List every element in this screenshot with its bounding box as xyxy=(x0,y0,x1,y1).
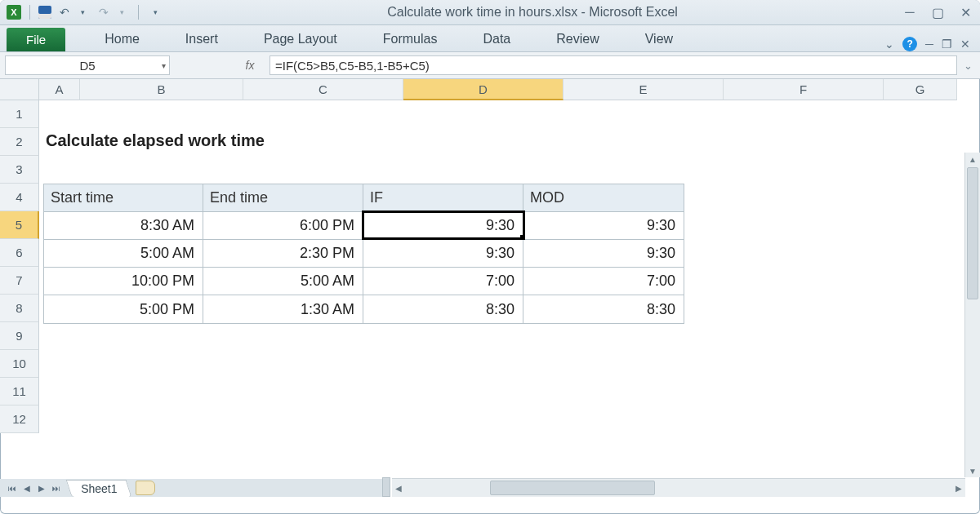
tab-home[interactable]: Home xyxy=(90,27,154,51)
row-header-1[interactable]: 1 xyxy=(0,100,39,128)
col-header-B[interactable]: B xyxy=(80,79,243,100)
sheet-tab-sheet1[interactable]: Sheet1 xyxy=(66,480,132,497)
row-header-5[interactable]: 5 xyxy=(0,211,39,239)
cell[interactable]: 7:00 xyxy=(523,268,684,295)
scroll-right-icon[interactable]: ▶ xyxy=(952,479,965,497)
cell[interactable]: 9:30 xyxy=(523,240,684,268)
formula-bar-expand-icon[interactable]: ⌄ xyxy=(960,60,975,72)
cell[interactable]: 6:00 PM xyxy=(203,212,363,240)
name-box-dropdown-icon[interactable]: ▾ xyxy=(162,61,166,70)
sheet-title: Calculate elapsed work time xyxy=(46,131,265,150)
new-sheet-icon[interactable] xyxy=(136,481,155,495)
file-tab[interactable]: File xyxy=(7,28,65,51)
ribbon: File Home Insert Page Layout Formulas Da… xyxy=(0,25,980,52)
title-bar: X ↶ ▾ ↷ ▾ ▾ Calculate work time in hours… xyxy=(0,0,980,25)
qat-customize-icon[interactable]: ▾ xyxy=(147,5,163,20)
cell[interactable]: 9:30 xyxy=(363,212,523,240)
th-end: End time xyxy=(203,184,363,212)
sheet-tab-label: Sheet1 xyxy=(81,482,117,495)
row-headers: 1 2 3 4 5 6 7 8 9 10 11 12 xyxy=(0,100,39,435)
row-header-9[interactable]: 9 xyxy=(0,322,39,350)
col-header-A[interactable]: A xyxy=(39,79,80,100)
col-header-E[interactable]: E xyxy=(564,79,724,100)
minimize-icon[interactable]: ─ xyxy=(902,5,918,20)
row-header-8[interactable]: 8 xyxy=(0,295,39,322)
cell[interactable]: 1:30 AM xyxy=(203,295,363,323)
tab-review[interactable]: Review xyxy=(541,27,613,51)
table-header-row: Start time End time IF MOD xyxy=(44,184,684,212)
redo-dropdown-icon[interactable]: ▾ xyxy=(114,5,130,20)
cell[interactable]: 7:00 xyxy=(363,268,523,295)
scroll-left-icon[interactable]: ◀ xyxy=(392,479,405,497)
horizontal-scrollbar[interactable]: ◀ ▶ xyxy=(392,478,965,497)
workbook-close-icon[interactable]: ✕ xyxy=(960,38,970,51)
tab-view[interactable]: View xyxy=(630,27,688,51)
row-header-10[interactable]: 10 xyxy=(0,350,39,378)
cell-grid[interactable]: Calculate elapsed work time Start time E… xyxy=(39,100,957,435)
worksheet-area: A B C D E F G 1 2 3 4 5 6 7 8 9 10 11 xyxy=(0,79,980,497)
cell[interactable]: 5:00 PM xyxy=(44,295,203,323)
next-sheet-icon[interactable]: ▶ xyxy=(34,481,49,495)
excel-app-icon[interactable]: X xyxy=(7,5,21,20)
formula-text: =IF(C5>B5,C5-B5,1-B5+C5) xyxy=(275,59,430,73)
col-header-F[interactable]: F xyxy=(724,79,884,100)
tab-insert[interactable]: Insert xyxy=(171,27,233,51)
cell[interactable]: 5:00 AM xyxy=(203,268,363,295)
insert-function-icon[interactable]: fx xyxy=(234,59,266,72)
maximize-icon[interactable]: ▢ xyxy=(929,5,946,20)
row-header-2[interactable]: 2 xyxy=(0,128,39,156)
row-header-6[interactable]: 6 xyxy=(0,239,39,267)
window-controls: ─ ▢ ✕ xyxy=(902,5,973,20)
formula-input[interactable]: =IF(C5>B5,C5-B5,1-B5+C5) xyxy=(270,55,957,75)
ribbon-minimize-icon[interactable]: ⌄ xyxy=(884,38,894,51)
table-row: 5:00 AM 2:30 PM 9:30 9:30 xyxy=(44,240,684,268)
row-header-7[interactable]: 7 xyxy=(0,267,39,295)
cell[interactable]: 10:00 PM xyxy=(44,268,203,295)
col-header-C[interactable]: C xyxy=(243,79,403,100)
cell[interactable]: 8:30 AM xyxy=(44,212,203,240)
select-all-corner[interactable] xyxy=(0,79,39,100)
grid-content: Calculate elapsed work time Start time E… xyxy=(39,100,957,435)
first-sheet-icon[interactable]: ⏮ xyxy=(5,481,20,495)
cell[interactable]: 8:30 xyxy=(523,295,684,323)
col-header-D[interactable]: D xyxy=(403,79,564,100)
workbook-minimize-icon[interactable]: ─ xyxy=(925,38,933,51)
last-sheet-icon[interactable]: ⏭ xyxy=(49,481,64,495)
vertical-scroll-thumb[interactable] xyxy=(967,167,978,299)
scroll-up-icon[interactable]: ▲ xyxy=(965,153,980,166)
th-if: IF xyxy=(363,184,523,212)
sheet-tab-bar: ⏮ ◀ ▶ ⏭ Sheet1 xyxy=(0,479,387,497)
cell[interactable]: 5:00 AM xyxy=(44,240,203,268)
name-box-value: D5 xyxy=(79,59,95,73)
scroll-down-icon[interactable]: ▼ xyxy=(965,464,980,477)
th-mod: MOD xyxy=(523,184,684,212)
row-header-12[interactable]: 12 xyxy=(0,405,39,433)
redo-icon[interactable]: ↷ xyxy=(96,5,112,20)
name-box[interactable]: D5 ▾ xyxy=(5,55,170,75)
row-header-11[interactable]: 11 xyxy=(0,378,39,405)
tab-formulas[interactable]: Formulas xyxy=(368,27,452,51)
undo-icon[interactable]: ↶ xyxy=(56,5,73,20)
col-header-G[interactable]: G xyxy=(884,79,957,100)
prev-sheet-icon[interactable]: ◀ xyxy=(20,481,34,495)
cell[interactable]: 9:30 xyxy=(363,240,523,268)
horizontal-scroll-thumb[interactable] xyxy=(490,481,655,495)
cell[interactable]: 2:30 PM xyxy=(203,240,363,268)
cell[interactable]: 8:30 xyxy=(363,295,523,323)
tab-split-handle[interactable] xyxy=(382,477,390,497)
undo-dropdown-icon[interactable]: ▾ xyxy=(74,5,91,20)
ribbon-right: ⌄ ? ─ ❐ ✕ xyxy=(884,37,980,51)
tab-page-layout[interactable]: Page Layout xyxy=(249,27,352,51)
vertical-scrollbar[interactable]: ▲ ▼ xyxy=(964,153,980,477)
cell[interactable]: 9:30 xyxy=(523,212,684,240)
save-icon[interactable] xyxy=(38,6,51,19)
close-icon[interactable]: ✕ xyxy=(957,5,973,20)
row-header-3[interactable]: 3 xyxy=(0,156,39,184)
tab-data[interactable]: Data xyxy=(468,27,525,51)
row-header-4[interactable]: 4 xyxy=(0,184,39,211)
table-row: 5:00 PM 1:30 AM 8:30 8:30 xyxy=(44,295,684,323)
help-icon[interactable]: ? xyxy=(902,37,917,51)
quick-access-toolbar: X ↶ ▾ ↷ ▾ ▾ xyxy=(7,5,163,20)
workbook-restore-icon[interactable]: ❐ xyxy=(942,38,952,51)
separator xyxy=(138,5,139,20)
